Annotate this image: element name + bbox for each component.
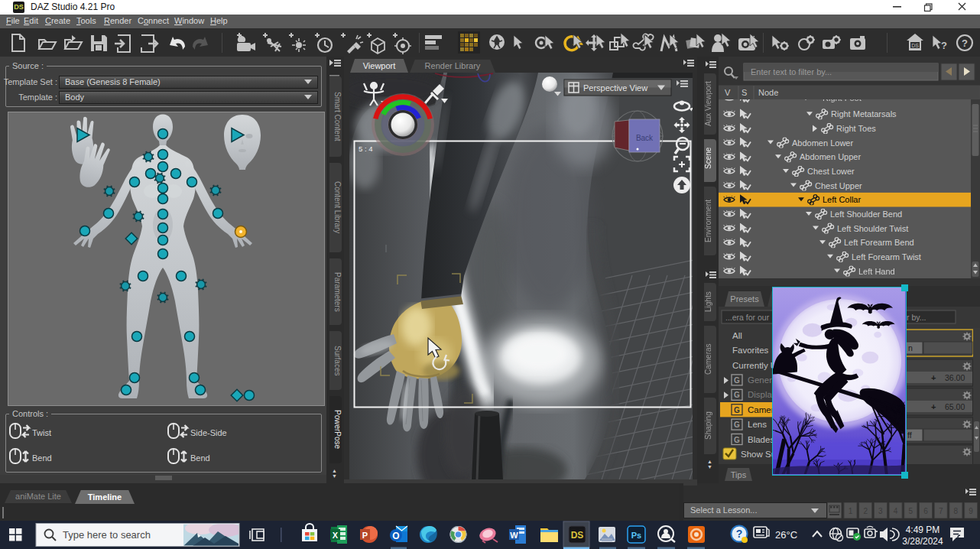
svg-text:Enter text to filter by...: Enter text to filter by... [751, 67, 832, 76]
svg-text:Abdomen Lower: Abdomen Lower [792, 138, 853, 148]
svg-text:+: + [931, 402, 936, 411]
svg-text:Perspective View: Perspective View [583, 83, 647, 93]
svg-text:?: ? [941, 40, 947, 51]
svg-text:DS: DS [911, 43, 919, 48]
svg-text:Right Metatarsals: Right Metatarsals [831, 109, 897, 119]
svg-text:7: 7 [939, 507, 943, 515]
svg-text:Blades: Blades [748, 435, 774, 444]
svg-text:Type here to search: Type here to search [63, 529, 151, 541]
svg-text:4: 4 [894, 507, 898, 515]
svg-text:Twist: Twist [32, 428, 51, 437]
svg-text:8: 8 [954, 507, 959, 515]
svg-text:6: 6 [923, 507, 928, 515]
svg-text:Presets: Presets [730, 294, 759, 304]
svg-text:All: All [732, 331, 742, 340]
svg-text:Right Toes: Right Toes [836, 124, 876, 133]
svg-text:Left Shoulder Twist: Left Shoulder Twist [837, 224, 908, 233]
svg-text:26°C: 26°C [775, 529, 797, 541]
svg-text:?: ? [736, 528, 743, 540]
svg-text:Back: Back [636, 134, 654, 142]
svg-text:DS: DS [571, 530, 584, 541]
svg-text:+: + [931, 373, 936, 382]
svg-text:3: 3 [878, 507, 883, 515]
svg-text:Chest Upper: Chest Upper [815, 181, 862, 190]
svg-text:Left Forearm Twist: Left Forearm Twist [852, 252, 921, 262]
svg-text:Left Collar: Left Collar [823, 195, 861, 204]
svg-text:Left Hand: Left Hand [858, 267, 895, 276]
svg-text:Node: Node [758, 88, 778, 97]
svg-text:65.00: 65.00 [945, 402, 965, 411]
svg-text:9: 9 [969, 507, 973, 515]
svg-text:G: G [734, 421, 740, 429]
svg-text:?: ? [962, 37, 968, 49]
svg-text:O: O [392, 531, 399, 541]
svg-text:V: V [725, 88, 731, 97]
svg-text:2: 2 [863, 507, 868, 515]
svg-text:36.00: 36.00 [945, 373, 965, 382]
svg-text:ff: ff [907, 430, 912, 440]
svg-text:5: 5 [909, 507, 913, 515]
svg-text:G: G [734, 436, 740, 444]
svg-text:5 : 4: 5 : 4 [359, 145, 373, 153]
svg-text:...era for our: ...era for our [725, 313, 770, 322]
svg-text:P: P [362, 531, 368, 540]
svg-text:Bend: Bend [190, 453, 210, 463]
svg-text:Left Shoulder Bend: Left Shoulder Bend [830, 210, 902, 219]
svg-text:Side-Side: Side-Side [190, 428, 227, 437]
svg-text:G: G [734, 376, 740, 385]
svg-text:G: G [734, 391, 740, 399]
svg-text:Ps: Ps [631, 531, 641, 540]
svg-text:Left Forearm Bend: Left Forearm Bend [844, 238, 914, 247]
svg-text:G: G [734, 406, 740, 414]
svg-text:Lens: Lens [748, 420, 767, 429]
svg-text:4:49 PM: 4:49 PM [906, 525, 940, 535]
svg-text:Chest Lower: Chest Lower [807, 167, 855, 176]
svg-text:3/28/2024: 3/28/2024 [902, 536, 943, 547]
svg-text:1: 1 [849, 507, 853, 515]
svg-text:S: S [741, 88, 747, 97]
svg-text:W: W [510, 531, 518, 540]
svg-text:Abdomen Upper: Abdomen Upper [800, 152, 861, 161]
svg-text:Favorites: Favorites [732, 346, 769, 355]
svg-text:X: X [333, 531, 339, 540]
svg-text:r by...: r by... [907, 313, 926, 322]
svg-text:Tips: Tips [731, 470, 747, 479]
svg-text:n: n [908, 343, 913, 352]
svg-text:Bend: Bend [32, 453, 52, 463]
